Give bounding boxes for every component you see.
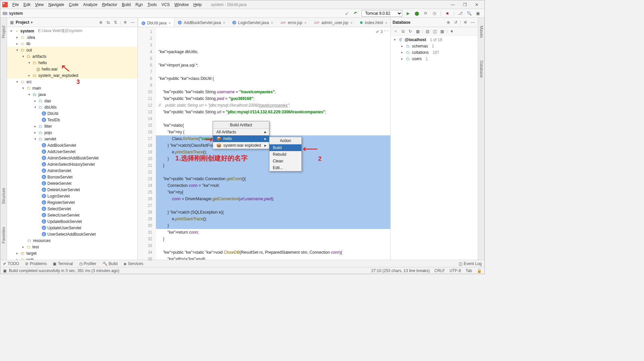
code-line[interactable]	[156, 69, 390, 75]
code-line[interactable]	[156, 202, 390, 209]
code-line[interactable]: "kw">import java.sql.*;	[156, 62, 390, 69]
status-encoding[interactable]: UTF-8	[450, 268, 461, 273]
menu-edit[interactable]: Edit	[21, 2, 32, 8]
filter-icon[interactable]: ▼	[449, 28, 455, 34]
status-lock-icon[interactable]: 🔒	[477, 268, 482, 273]
code-line[interactable]: "kw">public "kw">static String username …	[156, 89, 390, 95]
code-line[interactable]: conn = DriverManager.getConnection(url,u…	[156, 196, 390, 202]
locate-icon[interactable]: ⊕	[445, 19, 451, 25]
duplicate-icon[interactable]: ⧉	[400, 28, 406, 34]
tab-database[interactable]: Database	[478, 59, 484, 79]
back-icon[interactable]: ↙	[344, 11, 350, 16]
gear-icon[interactable]: ✲	[122, 19, 128, 25]
close-tab-icon[interactable]: ×	[169, 21, 171, 25]
tree-class-node[interactable]: CUpdateUserServlet	[7, 225, 138, 231]
tab-favorites[interactable]: Favorites	[1, 226, 7, 245]
maximize-button[interactable]: ❐	[462, 2, 468, 8]
menu-navigate[interactable]: Navigate	[46, 2, 66, 8]
project-tree[interactable]: ▾▪system E:\Java Web项目\system ▸🗀.idea ▸🗀…	[7, 27, 138, 260]
code-line[interactable]: "kw">static{	[156, 122, 390, 129]
settings-icon[interactable]: ▣	[475, 11, 480, 16]
run-icon[interactable]: ▶	[406, 11, 411, 16]
tree-class-node[interactable]: CAdminSelectHistoryServlet	[7, 161, 138, 167]
menu-view[interactable]: View	[33, 2, 46, 8]
build-hammer-icon[interactable]	[353, 11, 358, 16]
code-line[interactable]: "kw">public "kw">static Connection getCo…	[156, 175, 390, 182]
popup-item-build[interactable]: Build	[269, 144, 301, 151]
code-line[interactable]: "kw">public "kw">static String url = "jd…	[156, 109, 390, 115]
popup-item-clean[interactable]: Clean	[269, 158, 301, 164]
code-line[interactable]: "kw">try {	[156, 129, 390, 135]
diagram-icon[interactable]: ◫	[432, 28, 438, 34]
tree-class-node[interactable]: CDeleteServlet	[7, 180, 138, 187]
code-line[interactable]	[156, 242, 390, 249]
menu-build[interactable]: Build	[120, 2, 133, 8]
git-icon[interactable]: ⎇	[458, 11, 463, 16]
close-tab-icon[interactable]: ×	[350, 21, 352, 25]
minimize-button[interactable]: —	[450, 2, 456, 8]
popup-item-edit[interactable]: Edit...	[269, 164, 301, 171]
gear-icon[interactable]: ✲	[462, 19, 468, 25]
code-line[interactable]: e.printStackTrace();	[156, 216, 390, 222]
editor-tab[interactable]: CLoginServlet.java×	[229, 18, 277, 27]
code-line[interactable]: }	[156, 222, 390, 229]
menu-file[interactable]: File	[10, 2, 21, 8]
profile-icon[interactable]: ◷	[432, 11, 437, 16]
close-tab-icon[interactable]: ×	[304, 21, 306, 25]
tab-maven[interactable]: Maven	[478, 24, 484, 39]
tree-class-node[interactable]: CAdminServlet	[7, 167, 138, 174]
code-line[interactable]: "kw">if(rs!="kw">null)	[156, 256, 390, 260]
code-line[interactable]	[156, 55, 390, 62]
tree-class-node[interactable]: CUpdateBookServlet	[7, 218, 138, 225]
menu-help[interactable]: Help	[191, 2, 204, 8]
locate-icon[interactable]: ⊕	[98, 19, 104, 25]
code-line[interactable]: Connection conn = "kw">null;	[156, 182, 390, 189]
popup-item-all-artifacts[interactable]: All Artifacts▸	[213, 129, 269, 135]
editor-tab[interactable]: JSPerror.jsp×	[277, 18, 310, 27]
ddl-icon[interactable]: ▦	[439, 28, 445, 34]
menu-refactor[interactable]: Refactor	[100, 2, 119, 8]
sync-icon[interactable]: ↺	[453, 19, 459, 25]
tree-class-node[interactable]: CSelectUserServlet	[7, 212, 138, 218]
code-line[interactable]: "kw">public "kw">static "kw">void CloseD…	[156, 249, 390, 256]
menu-code[interactable]: Code	[67, 2, 80, 8]
code-line[interactable]: "kw">public "kw">static String pwd = "gu…	[156, 95, 390, 102]
add-icon[interactable]: ＋	[393, 28, 399, 34]
console-icon[interactable]: ▤	[424, 28, 430, 34]
close-tab-icon[interactable]: ×	[271, 21, 273, 25]
code-line[interactable]	[156, 115, 390, 122]
code-line[interactable]: // public static String url = "jdbc:mysq…	[156, 102, 390, 109]
tab-build[interactable]: 🔨Build	[102, 261, 118, 266]
search-icon[interactable]: 🔍	[466, 11, 472, 16]
stop-icon[interactable]: ▦	[415, 28, 421, 34]
menu-run[interactable]: Run	[134, 2, 145, 8]
tree-class-node[interactable]: CRegisterServlet	[7, 199, 138, 206]
editor-tab[interactable]: CDbUtil.java×	[138, 18, 174, 27]
menu-window[interactable]: Window	[172, 2, 191, 8]
hide-icon[interactable]: —	[470, 19, 476, 25]
code-line[interactable]: "kw">try{	[156, 189, 390, 196]
expand-icon[interactable]: ⇆	[105, 19, 111, 25]
tree-class-node[interactable]: CBorrowServlet	[7, 174, 138, 180]
inspections-ok-icon[interactable]: ✔	[376, 28, 379, 35]
code-line[interactable]: "kw">package dbUtils;	[156, 48, 390, 55]
menu-tools[interactable]: Tools	[146, 2, 159, 8]
hide-icon[interactable]: —	[130, 19, 136, 25]
close-tab-icon[interactable]: ×	[223, 21, 225, 25]
tree-class-node[interactable]: CDeleteUserServlet	[7, 187, 138, 193]
popup-item-system-war[interactable]: 📦system:war exploded▸	[213, 142, 269, 149]
status-line-sep[interactable]: CRLF	[434, 268, 445, 273]
tab-problems[interactable]: ⊘Problems	[25, 261, 47, 266]
tree-class-node[interactable]: CSelectServlet	[7, 206, 138, 212]
tree-class-node[interactable]: CAddUserServlet	[7, 148, 138, 155]
coverage-icon[interactable]: ⟳	[423, 11, 428, 16]
editor-tab[interactable]: CAddBookServlet.java×	[174, 18, 229, 27]
tab-profiler[interactable]: ◷Profiler	[79, 261, 96, 266]
refresh-icon[interactable]: ↻	[407, 28, 413, 34]
tab-todo[interactable]: ✔TODO	[3, 261, 19, 266]
database-tree[interactable]: ▾🛢@localhost 1 of 18 ▸🗀schemas 1 ▸🗀colla…	[391, 36, 478, 260]
collapse-icon[interactable]: ⇅	[113, 19, 119, 25]
debug-icon[interactable]: ⬤	[414, 11, 420, 16]
tab-eventlog[interactable]: ◫Event Log	[459, 261, 482, 266]
close-tab-icon[interactable]: ×	[385, 21, 387, 25]
